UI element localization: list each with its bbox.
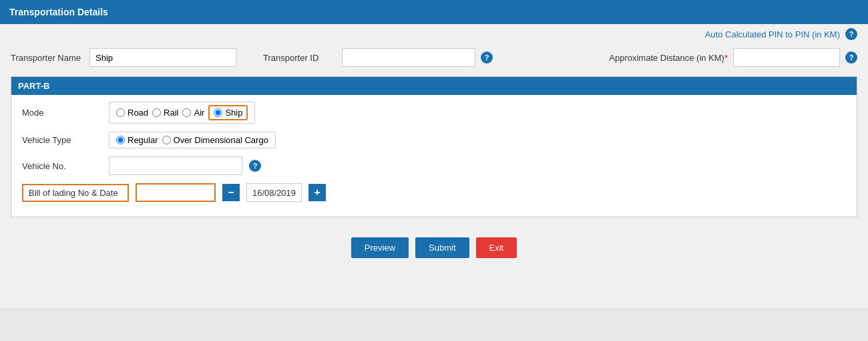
preview-button[interactable]: Preview: [351, 237, 409, 258]
mode-air-option[interactable]: Air: [182, 108, 204, 118]
vehicle-type-group: Regular Over Dimensional Cargo: [109, 132, 276, 148]
auto-calc-label: Auto Calculated PIN to PIN (in KM): [705, 29, 840, 39]
transporter-id-field: Transporter ID ?: [263, 48, 493, 67]
transporter-id-help-icon[interactable]: ?: [481, 51, 493, 64]
mode-ship-radio[interactable]: [214, 108, 222, 117]
exit-button[interactable]: Exit: [476, 237, 517, 258]
vehicle-no-label: Vehicle No.: [22, 161, 102, 171]
vehicle-no-help-icon[interactable]: ?: [249, 160, 261, 172]
approx-distance-input[interactable]: [733, 48, 840, 67]
part-b-content: Mode Road Rail Air Ship: [11, 95, 857, 217]
mode-ship-selected: Ship: [208, 105, 248, 120]
vehicle-no-row: Vehicle No. ?: [22, 156, 846, 175]
footer-buttons: Preview Submit Exit: [0, 224, 868, 265]
bill-lading-row: Bill of lading No & Date − 16/08/2019 +: [22, 183, 846, 202]
mode-road-option[interactable]: Road: [116, 108, 148, 118]
page-header: Transportation Details: [0, 0, 868, 24]
mode-row: Mode Road Rail Air Ship: [22, 102, 846, 124]
transporter-name-label: Transporter Name: [11, 53, 84, 63]
page-title: Transportation Details: [9, 7, 108, 17]
mode-ship-option[interactable]: Ship: [214, 108, 242, 118]
mode-radio-group: Road Rail Air Ship: [109, 102, 255, 124]
mode-rail-radio[interactable]: [152, 108, 161, 117]
bill-lading-date: 16/08/2019: [246, 183, 302, 202]
mode-air-radio[interactable]: [182, 108, 191, 117]
bill-lading-label: Bill of lading No & Date: [22, 184, 129, 202]
mode-rail-option[interactable]: Rail: [152, 108, 178, 118]
submit-button[interactable]: Submit: [415, 237, 469, 258]
bill-lading-plus-button[interactable]: +: [308, 184, 326, 201]
vehicle-type-row: Vehicle Type Regular Over Dimensional Ca…: [22, 132, 846, 148]
auto-calc-help-icon[interactable]: ?: [845, 28, 857, 40]
vehicle-type-label: Vehicle Type: [22, 135, 102, 145]
transporter-row: Transporter Name Transporter ID ? Approx…: [0, 41, 868, 74]
vehicle-type-odc-option[interactable]: Over Dimensional Cargo: [162, 135, 268, 145]
part-b-header: PART-B: [11, 77, 857, 95]
vehicle-no-input[interactable]: [109, 156, 242, 175]
vehicle-type-odc-radio[interactable]: [162, 136, 171, 144]
approx-distance-field: Approximate Distance (in KM)* ?: [609, 48, 857, 67]
transporter-id-input[interactable]: [342, 48, 475, 67]
mode-label: Mode: [22, 108, 102, 118]
bill-lading-input[interactable]: [136, 183, 216, 202]
vehicle-type-regular-radio[interactable]: [116, 136, 125, 144]
transporter-name-input[interactable]: [89, 48, 236, 67]
approx-distance-label: Approximate Distance (in KM)*: [609, 53, 728, 63]
mode-road-radio[interactable]: [116, 108, 125, 117]
transporter-name-field: Transporter Name: [11, 48, 236, 67]
vehicle-type-regular-option[interactable]: Regular: [116, 135, 158, 145]
auto-calc-row: Auto Calculated PIN to PIN (in KM) ?: [0, 24, 868, 41]
part-b-section: PART-B Mode Road Rail Air: [11, 76, 857, 217]
transporter-id-label: Transporter ID: [263, 53, 337, 63]
approx-distance-help-icon[interactable]: ?: [845, 51, 857, 64]
bill-lading-minus-button[interactable]: −: [222, 184, 240, 201]
